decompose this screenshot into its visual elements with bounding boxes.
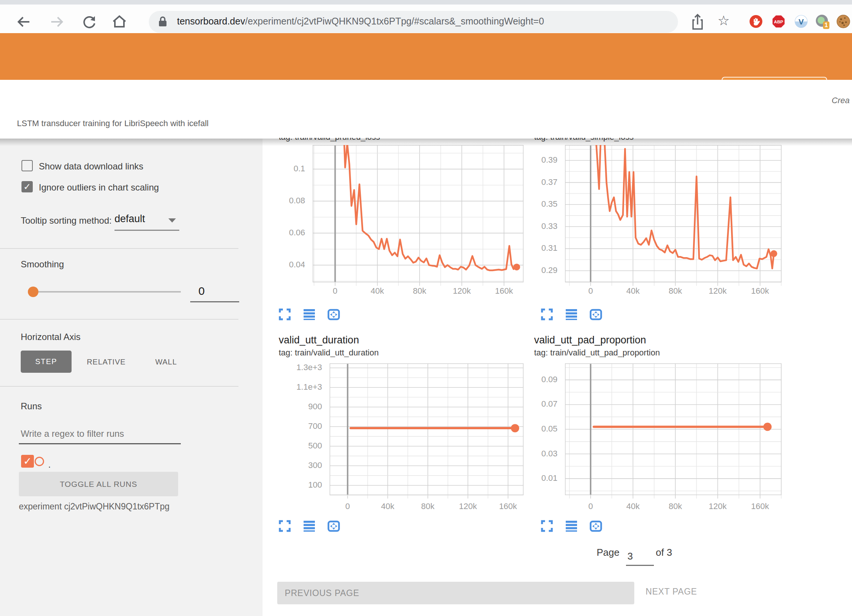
x-axis-tick-label: 120k [695,502,740,511]
chart-tag-valid-utt-pad-proportion: tag: train/valid_utt_pad_proportion [534,348,660,358]
x-axis-tick-label: 0 [568,286,613,296]
url-text[interactable]: tensorboard.dev/experiment/cj2vtPiwQHKN9… [177,16,544,27]
fit-icon[interactable] [327,308,340,321]
x-axis-tick-label: 0 [568,502,613,511]
page-number-input[interactable]: 3 [623,550,637,562]
y-axis-tick-label: 1.3e+3 [254,363,322,372]
y-axis-tick-label: 0.06 [237,228,305,238]
x-axis-tick-label: 80k [397,286,442,296]
y-axis-tick-label: 0.03 [490,449,557,459]
tooltip-select-underline [115,230,179,231]
divider [0,248,238,249]
x-axis-tick-label: 120k [439,286,484,296]
next-page-button[interactable]: NEXT PAGE [646,587,697,597]
tensorboard-window: tensorboard.dev/experiment/cj2vtPiwQHKN9… [0,0,852,616]
axis-step-button[interactable]: STEP [21,351,72,373]
x-axis-tick-label: 40k [611,286,656,296]
y-axis-tick-label: 0.01 [490,473,557,483]
axis-relative-button[interactable]: RELATIVE [87,358,126,366]
y-axis-tick-label: 1.1e+3 [254,382,322,392]
cookie-extension-icon[interactable] [836,14,850,29]
run-color-swatch[interactable] [35,457,44,466]
y-axis-tick-label: 100 [254,480,322,490]
fullscreen-icon[interactable] [541,308,553,321]
y-axis-tick-label: 0.29 [490,265,557,275]
fit-icon[interactable] [589,520,602,532]
blocker-extension-icon[interactable] [749,14,763,29]
y-axis-tick-label: 0.08 [237,196,305,206]
experiment-header: Crea LSTM transducer training for LibriS… [0,80,852,139]
toggle-all-runs-button[interactable]: TOGGLE ALL RUNS [19,472,178,496]
status-extension-icon[interactable]: 1 [815,14,829,29]
ignore-outliers-checkbox[interactable]: ✓ [21,181,33,192]
chart-plot[interactable] [565,145,782,287]
home-icon[interactable] [111,13,128,30]
chart-title-valid-utt-duration: valid_utt_duration [279,334,359,346]
x-axis-tick-label: 0 [313,286,358,296]
smoothing-value-input[interactable]: 0 [190,285,213,297]
show-download-label: Show data download links [39,161,144,172]
smoothing-slider-track[interactable] [37,291,181,293]
run-checkbox[interactable]: ✓ [21,455,34,468]
divider [0,386,238,387]
y-axis-tick-label: 0.35 [490,199,557,209]
chart-title-valid-utt-pad-proportion: valid_utt_pad_proportion [534,334,646,346]
runs-icon[interactable] [565,308,578,321]
regex-input-underline [19,443,181,444]
y-axis-tick-label: 0.07 [490,399,557,409]
fit-icon[interactable] [589,308,602,321]
vimium-extension-icon[interactable]: V [794,14,808,29]
y-axis-tick-label: 0.04 [237,260,305,270]
x-axis-tick-label: 40k [355,286,400,296]
window-top-strip [0,0,852,5]
y-axis-tick-label: 0.05 [490,424,557,434]
svg-text:ABP: ABP [774,20,783,24]
lock-icon [157,15,168,30]
previous-page-button[interactable]: PREVIOUS PAGE [277,582,634,604]
tooltip-sorting-select[interactable]: default [115,213,145,225]
reload-icon[interactable] [81,13,98,30]
back-icon[interactable] [15,13,32,30]
abp-extension-icon[interactable]: ABP [771,14,786,29]
smoothing-slider-thumb[interactable] [28,287,38,297]
created-partial-text: Crea [832,96,850,105]
chevron-down-icon[interactable] [168,218,176,223]
runs-icon[interactable] [565,520,578,532]
page-label: Page [597,547,620,558]
fit-icon[interactable] [327,520,340,532]
axis-wall-button[interactable]: WALL [153,358,179,366]
settings-sidebar: Show data download links ✓ Ignore outlie… [0,139,263,616]
runs-regex-input[interactable]: Write a regex to filter runs [21,428,124,439]
ignore-outliers-label: Ignore outliers in chart scaling [39,182,159,193]
clipped-chart-tag: tag: train/valid_simple_loss [534,138,707,143]
fullscreen-icon[interactable] [541,520,553,532]
clipped-chart-tag: tag: train/valid_pruned_loss [279,138,452,143]
y-axis-tick-label: 0.33 [490,221,557,231]
runs-label: Runs [21,401,42,412]
runs-icon[interactable] [303,308,316,321]
y-axis-tick-label: 0.09 [490,375,557,384]
show-download-checkbox[interactable] [21,160,33,171]
svg-text:V: V [799,17,804,26]
y-axis-tick-label: 300 [254,460,322,470]
x-axis-tick-label: 160k [481,286,527,296]
x-axis-tick-label: 80k [653,286,698,296]
url-path: /experiment/cj2vtPiwQHKN9Q1tx6PTpg/#scal… [245,16,544,26]
x-axis-tick-label: 80k [405,502,450,511]
runs-icon[interactable] [303,520,316,532]
x-axis-tick-label: 160k [737,286,783,296]
smoothing-value-underline [190,301,239,302]
horizontal-axis-label: Horizontal Axis [21,332,81,342]
fullscreen-icon[interactable] [278,520,291,532]
y-axis-tick-label: 500 [254,441,322,451]
x-axis-tick-label: 80k [653,502,698,511]
y-axis-tick-label: 900 [254,402,322,412]
forward-icon[interactable] [48,13,66,30]
chart-plot[interactable] [565,363,782,500]
browser-toolbar: tensorboard.dev/experiment/cj2vtPiwQHKN9… [0,5,852,33]
divider [0,319,238,320]
x-axis-tick-label: 120k [445,502,490,511]
fullscreen-icon[interactable] [278,308,291,321]
share-icon[interactable] [690,13,705,32]
bookmark-star-icon[interactable]: ☆ [718,13,730,28]
